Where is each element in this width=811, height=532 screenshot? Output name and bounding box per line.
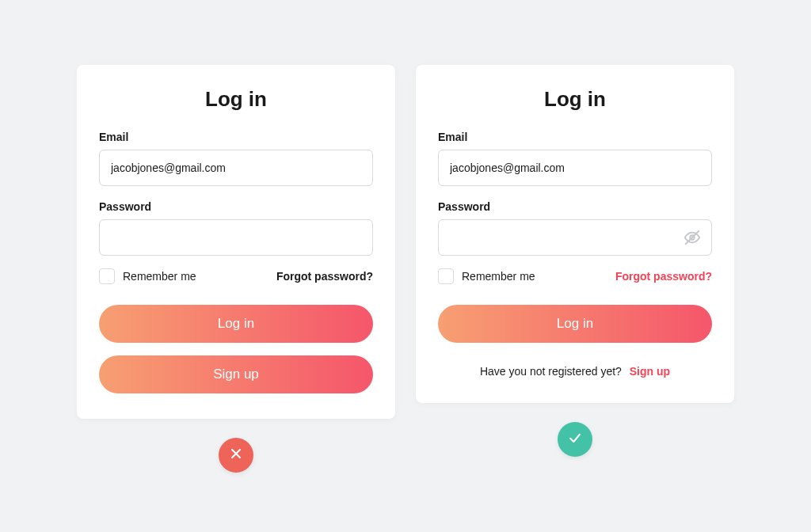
cross-icon — [228, 446, 244, 465]
login-card-bad: Log in Email Password Remember me Forgot… — [77, 65, 395, 419]
email-field-group: Email — [99, 131, 373, 186]
good-example-wrap: Log in Email Password — [416, 65, 734, 532]
remember-label: Remember me — [123, 270, 196, 283]
password-field-group: Password — [99, 200, 373, 256]
login-card-good: Log in Email Password — [416, 65, 734, 403]
password-label: Password — [438, 200, 712, 213]
email-label: Email — [99, 131, 373, 143]
email-label: Email — [438, 131, 712, 143]
email-input[interactable] — [99, 150, 373, 186]
remember-checkbox[interactable] — [99, 268, 115, 284]
options-row: Remember me Forgot password? — [438, 268, 712, 284]
forgot-password-link[interactable]: Forgot password? — [615, 270, 712, 283]
card-title: Log in — [438, 87, 712, 112]
card-title: Log in — [99, 87, 373, 112]
remember-checkbox[interactable] — [438, 268, 454, 284]
options-row: Remember me Forgot password? — [99, 268, 373, 284]
password-input[interactable] — [438, 219, 712, 256]
signup-prompt-text: Have you not registered yet? — [480, 365, 622, 378]
email-input[interactable] — [438, 150, 712, 186]
password-field-group: Password — [438, 200, 712, 256]
forgot-password-link[interactable]: Forgot password? — [276, 270, 373, 283]
remember-me-group: Remember me — [99, 268, 196, 284]
bad-example-wrap: Log in Email Password Remember me Forgot… — [77, 65, 395, 532]
eye-off-icon[interactable] — [683, 229, 701, 246]
check-icon — [567, 430, 583, 449]
remember-me-group: Remember me — [438, 268, 535, 284]
password-label: Password — [99, 200, 373, 213]
login-button[interactable]: Log in — [99, 305, 373, 343]
password-input[interactable] — [99, 219, 373, 256]
remember-label: Remember me — [462, 270, 535, 283]
good-badge — [558, 422, 592, 457]
bad-badge — [219, 438, 253, 473]
email-field-group: Email — [438, 131, 712, 186]
login-button[interactable]: Log in — [438, 305, 712, 343]
signup-link[interactable]: Sign up — [630, 365, 670, 378]
signup-button[interactable]: Sign up — [99, 355, 373, 393]
signup-prompt-row: Have you not registered yet? Sign up — [438, 365, 712, 378]
